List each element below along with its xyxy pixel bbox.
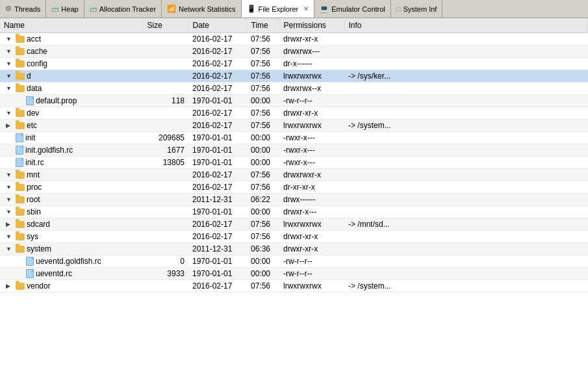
file-size-cell: [143, 280, 188, 292]
file-size-cell: [143, 33, 188, 45]
table-row[interactable]: ▼proc2016-02-1707:56dr-xr-xr-x: [0, 181, 588, 194]
file-icon: [26, 96, 34, 105]
file-icon: [16, 146, 23, 155]
table-row[interactable]: ▼d2016-02-1707:56lrwxrwxrwx-> /sys/ker..…: [0, 70, 588, 83]
table-row[interactable]: ueventd.goldfish.rc01970-01-0100:00-rw-r…: [0, 255, 588, 268]
expand-icon[interactable]: ▶: [6, 122, 14, 129]
tab-fileexplorer[interactable]: 📱 File Explorer ✕: [242, 0, 315, 18]
file-icon: [16, 133, 23, 142]
file-name-cell: ▼d: [0, 70, 143, 83]
file-name-cell: ▼proc: [0, 181, 143, 194]
expand-icon[interactable]: ▶: [6, 221, 14, 227]
table-row[interactable]: ▼sys2016-02-1707:56drwxr-xr-x: [0, 231, 588, 243]
file-permissions-cell: lrwxrwxrwx: [279, 120, 344, 132]
expand-icon[interactable]: ▼: [6, 110, 14, 116]
file-date-cell: 2016-02-17: [188, 83, 247, 95]
folder-icon: [16, 48, 25, 55]
file-permissions-cell: dr-xr-xr-x: [279, 181, 344, 194]
expand-icon[interactable]: ▼: [6, 246, 14, 252]
expand-icon[interactable]: ▼: [6, 73, 14, 79]
file-info-cell: -> /system...: [344, 280, 588, 292]
expand-icon[interactable]: ▼: [6, 172, 14, 178]
table-row[interactable]: ▼cache2016-02-1707:56drwxrwx---: [0, 45, 588, 58]
table-row[interactable]: init.goldfish.rc16771970-01-0100:00-rwxr…: [0, 144, 588, 157]
table-row[interactable]: ▼config2016-02-1707:56dr-x------: [0, 58, 588, 70]
file-name-text: data: [27, 84, 42, 93]
table-row[interactable]: ▼acct2016-02-1707:56drwxr-xr-x: [0, 33, 588, 45]
file-size-cell: [143, 70, 188, 83]
file-time-cell: 07:56: [247, 280, 279, 292]
table-row[interactable]: ▼sbin1970-01-0100:00drwxr-x---: [0, 206, 588, 218]
file-size-cell: 3933: [143, 268, 188, 280]
table-row[interactable]: ▶sdcard2016-02-1707:56lrwxrwxrwx-> /mnt/…: [0, 218, 588, 231]
expand-icon[interactable]: ▼: [6, 60, 14, 67]
file-permissions-cell: lrwxrwxrwx: [279, 218, 344, 231]
file-info-cell: [344, 132, 588, 144]
file-info-cell: [344, 169, 588, 181]
file-info-cell: [344, 194, 588, 206]
file-date-cell: 2016-02-17: [188, 70, 247, 83]
folder-icon: [16, 172, 25, 179]
file-permissions-cell: drwxr-xr-x: [279, 243, 344, 255]
file-date-cell: 2016-02-17: [188, 120, 247, 132]
file-date-cell: 1970-01-01: [188, 95, 247, 107]
table-row[interactable]: init2096851970-01-0100:00-rwxr-x---: [0, 132, 588, 144]
table-row[interactable]: ueventd.rc39331970-01-0100:00-rw-r--r--: [0, 268, 588, 280]
file-size-cell: 1677: [143, 144, 188, 157]
table-row[interactable]: ▼system2011-12-3106:36drwxr-xr-x: [0, 243, 588, 255]
expand-icon[interactable]: ▼: [6, 196, 14, 203]
table-row[interactable]: ▼data2016-02-1707:56drwxrwx--x: [0, 83, 588, 95]
file-name-cell: ▼config: [0, 58, 143, 70]
file-info-cell: [344, 231, 588, 243]
table-row[interactable]: ▶etc2016-02-1707:56lrwxrwxrwx-> /system.…: [0, 120, 588, 132]
folder-icon: [16, 122, 25, 129]
expand-icon[interactable]: ▼: [6, 233, 14, 240]
tab-heap[interactable]: 🗃 Heap: [46, 0, 84, 18]
tab-network[interactable]: 📶 Network Statistics: [162, 0, 241, 18]
table-row[interactable]: ▼root2011-12-3106:22drwx------: [0, 194, 588, 206]
file-info-cell: [344, 243, 588, 255]
file-name-cell: init: [0, 132, 143, 144]
file-date-cell: 2011-12-31: [188, 194, 247, 206]
file-time-cell: 07:56: [247, 107, 279, 120]
expand-icon[interactable]: ▼: [6, 209, 14, 215]
expand-icon[interactable]: ▼: [6, 36, 14, 42]
tab-bar: ⚙ Threads 🗃 Heap 🗃 Allocation Tracker 📶 …: [0, 0, 588, 18]
folder-icon: [16, 221, 25, 228]
tab-allocation[interactable]: 🗃 Allocation Tracker: [84, 0, 162, 18]
col-header-name: Name: [0, 18, 143, 33]
threads-icon: ⚙: [5, 5, 12, 13]
table-row[interactable]: init.rc138051970-01-0100:00-rwxr-x---: [0, 157, 588, 169]
file-name-text: default.prop: [36, 96, 77, 105]
tab-emulator[interactable]: 💻 Emulator Control: [314, 0, 391, 18]
file-permissions-cell: lrwxrwxrwx: [279, 280, 344, 292]
file-permissions-cell: -rwxr-x---: [279, 157, 344, 169]
file-name-cell: ▶etc: [0, 120, 143, 132]
file-size-cell: [143, 120, 188, 132]
expand-icon[interactable]: ▼: [6, 48, 14, 55]
file-name-text: init.goldfish.rc: [25, 146, 73, 155]
file-date-cell: 2016-02-17: [188, 231, 247, 243]
table-row[interactable]: ▶vendor2016-02-1707:56lrwxrwxrwx-> /syst…: [0, 280, 588, 292]
file-name-text: sys: [27, 232, 38, 241]
table-row[interactable]: ▼mnt2016-02-1707:56drwxrwxr-x: [0, 169, 588, 181]
file-name-text: root: [27, 195, 40, 204]
file-date-cell: 2016-02-17: [188, 181, 247, 194]
file-permissions-cell: dr-x------: [279, 58, 344, 70]
file-name-cell: ueventd.goldfish.rc: [0, 255, 143, 268]
expand-icon[interactable]: ▼: [6, 85, 14, 92]
file-time-cell: 07:56: [247, 120, 279, 132]
folder-icon: [16, 36, 25, 43]
table-row[interactable]: default.prop1181970-01-0100:00-rw-r--r--: [0, 95, 588, 107]
file-date-cell: 2011-12-31: [188, 243, 247, 255]
expand-icon[interactable]: ▶: [6, 283, 14, 289]
file-name-cell: ▼sys: [0, 231, 143, 243]
close-icon[interactable]: ✕: [303, 5, 309, 12]
tab-sysinfo[interactable]: □ System Inf: [391, 0, 443, 18]
tab-threads[interactable]: ⚙ Threads: [0, 0, 46, 18]
file-time-cell: 07:56: [247, 83, 279, 95]
folder-icon: [16, 73, 25, 80]
file-info-cell: -> /system...: [344, 120, 588, 132]
expand-icon[interactable]: ▼: [6, 184, 14, 190]
table-row[interactable]: ▼dev2016-02-1707:56drwxr-xr-x: [0, 107, 588, 120]
